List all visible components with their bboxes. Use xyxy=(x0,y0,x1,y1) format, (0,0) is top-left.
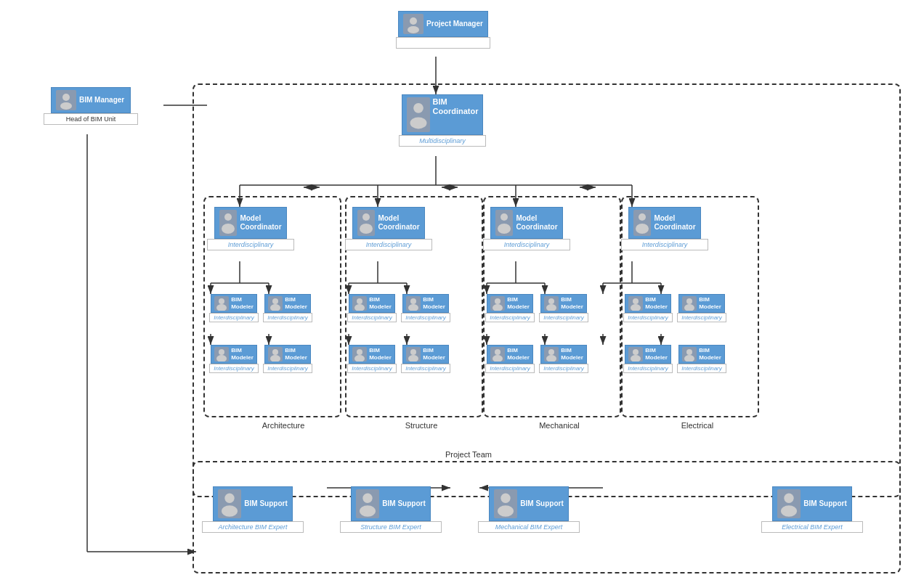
modeler-elec-4-title: BIMModeler xyxy=(699,347,721,361)
modeler-arch-3-box: BIMModeler xyxy=(211,345,257,364)
modeler-elec-1-avatar xyxy=(628,296,643,311)
svg-point-55 xyxy=(636,224,649,234)
modeler-struct-4-avatar xyxy=(406,347,421,362)
support-struct-card: BIM Support Structure BIM Expert xyxy=(340,486,442,533)
modeler-arch-4-avatar xyxy=(268,347,283,362)
modeler-arch-2-avatar xyxy=(268,296,283,311)
modeler-elec-2: BIMModeler Interdisciplinary xyxy=(677,294,726,322)
mc-mechanical-box: ModelCoordinator xyxy=(490,207,562,239)
modeler-struct-2-title: BIMModeler xyxy=(423,296,445,310)
modeler-elec-2-avatar xyxy=(682,296,697,311)
electrical-label: Electrical xyxy=(643,421,752,430)
support-elec-title: BIM Support xyxy=(803,499,846,508)
svg-point-63 xyxy=(270,355,280,362)
svg-point-52 xyxy=(500,213,508,221)
mc-mechanical-title: ModelCoordinator xyxy=(516,214,557,232)
svg-point-80 xyxy=(633,298,639,304)
mc-architecture-avatar xyxy=(219,210,237,236)
modeler-mech-3: BIMModeler Interdisciplinary xyxy=(485,345,535,373)
modeler-mech-1: BIMModeler Interdisciplinary xyxy=(485,294,535,322)
modeler-struct-4: BIMModeler Interdisciplinary xyxy=(401,345,450,373)
bim-manager-box: BIM Manager xyxy=(51,87,131,113)
mc-architecture-card: ModelCoordinator Interdisciplinary xyxy=(207,207,294,250)
support-mech-title: BIM Support xyxy=(520,499,563,508)
support-mech-avatar xyxy=(494,489,517,518)
bim-coordinator-box: BIMCoordinator xyxy=(402,94,484,135)
svg-point-77 xyxy=(493,355,503,362)
modeler-mech-4-title: BIMModeler xyxy=(561,347,583,361)
modeler-struct-2-avatar xyxy=(406,296,421,311)
svg-point-66 xyxy=(410,298,416,304)
support-mech-box: BIM Support xyxy=(489,486,568,521)
mc-structure-card: ModelCoordinator Interdisciplinary xyxy=(345,207,432,250)
modeler-struct-4-title: BIMModeler xyxy=(423,347,445,361)
modeler-mech-1-box: BIMModeler xyxy=(487,294,533,313)
svg-point-82 xyxy=(686,298,692,304)
modeler-mech-4: BIMModeler Interdisciplinary xyxy=(539,345,588,373)
svg-point-42 xyxy=(410,17,417,25)
svg-point-57 xyxy=(216,304,227,311)
modeler-mech-3-title: BIMModeler xyxy=(507,347,530,361)
svg-point-95 xyxy=(781,505,797,517)
modeler-arch-4-box: BIMModeler xyxy=(264,345,311,364)
svg-point-83 xyxy=(684,304,694,311)
svg-point-86 xyxy=(686,349,692,355)
modeler-struct-1-title: BIMModeler xyxy=(369,296,392,310)
support-struct-title: BIM Support xyxy=(382,499,425,508)
bim-coordinator-card: BIMCoordinator Multidisciplinary xyxy=(399,94,486,147)
modeler-elec-1-subtitle: Interdisciplinary xyxy=(623,313,673,322)
svg-point-76 xyxy=(495,349,500,355)
svg-point-65 xyxy=(354,304,365,311)
svg-point-62 xyxy=(272,349,278,355)
support-arch-subtitle: Architecture BIM Expert xyxy=(202,521,304,533)
modeler-mech-2: BIMModeler Interdisciplinary xyxy=(539,294,588,322)
modeler-mech-2-avatar xyxy=(544,296,559,311)
svg-point-58 xyxy=(272,298,278,304)
modeler-elec-2-subtitle: Interdisciplinary xyxy=(677,313,726,322)
modeler-struct-1-subtitle: Interdisciplinary xyxy=(347,313,397,322)
support-elec-box: BIM Support xyxy=(772,486,851,521)
modeler-arch-1-title: BIMModeler xyxy=(231,296,254,310)
modeler-arch-3-subtitle: Interdisciplinary xyxy=(209,364,259,373)
modeler-elec-1-box: BIMModeler xyxy=(625,294,671,313)
svg-point-56 xyxy=(219,298,224,304)
modeler-arch-1-subtitle: Interdisciplinary xyxy=(209,313,259,322)
project-team-label: Project Team xyxy=(414,450,523,459)
modeler-arch-3: BIMModeler Interdisciplinary xyxy=(209,345,259,373)
svg-point-64 xyxy=(357,298,362,304)
svg-point-70 xyxy=(410,349,416,355)
mc-architecture-title: ModelCoordinator xyxy=(240,214,281,232)
modeler-elec-4-avatar xyxy=(682,347,697,362)
mc-structure-avatar xyxy=(357,210,375,236)
modeler-struct-3-subtitle: Interdisciplinary xyxy=(347,364,397,373)
project-manager-avatar xyxy=(403,14,423,34)
structure-label: Structure xyxy=(367,421,476,430)
modeler-arch-3-avatar xyxy=(214,347,229,362)
modeler-struct-1-box: BIMModeler xyxy=(349,294,395,313)
modeler-elec-4: BIMModeler Interdisciplinary xyxy=(677,345,726,373)
modeler-arch-2: BIMModeler Interdisciplinary xyxy=(263,294,312,322)
support-elec-avatar xyxy=(777,489,801,518)
modeler-mech-2-subtitle: Interdisciplinary xyxy=(539,313,588,322)
modeler-struct-4-box: BIMModeler xyxy=(402,345,449,364)
modeler-elec-3: BIMModeler Interdisciplinary xyxy=(623,345,673,373)
mc-electrical-card: ModelCoordinator Interdisciplinary xyxy=(621,207,708,250)
modeler-struct-2: BIMModeler Interdisciplinary xyxy=(401,294,450,322)
svg-point-43 xyxy=(408,26,419,33)
svg-point-84 xyxy=(633,349,639,355)
modeler-mech-1-subtitle: Interdisciplinary xyxy=(485,313,535,322)
svg-point-87 xyxy=(684,355,694,362)
modeler-elec-3-box: BIMModeler xyxy=(625,345,671,364)
svg-point-47 xyxy=(410,117,426,128)
svg-point-71 xyxy=(408,355,418,362)
mc-mechanical-card: ModelCoordinator Interdisciplinary xyxy=(483,207,570,250)
svg-point-79 xyxy=(546,355,556,362)
modeler-struct-3-box: BIMModeler xyxy=(349,345,395,364)
modeler-mech-3-box: BIMModeler xyxy=(487,345,533,364)
svg-point-46 xyxy=(413,103,423,113)
svg-point-72 xyxy=(495,298,500,304)
modeler-arch-1-avatar xyxy=(214,296,229,311)
mc-electrical-title: ModelCoordinator xyxy=(654,214,695,232)
svg-point-51 xyxy=(360,224,373,234)
support-elec-card: BIM Support Electrical BIM Expert xyxy=(761,486,863,533)
